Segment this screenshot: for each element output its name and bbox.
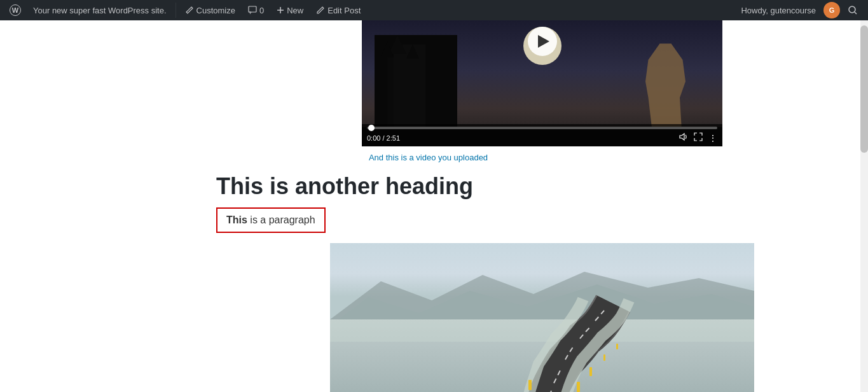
svg-point-3 <box>849 6 855 13</box>
customize-label: Customize <box>196 6 235 15</box>
edit-post-label: Edit Post <box>327 6 361 15</box>
video-controls: 0:00 / 2:51 <box>362 124 722 146</box>
svg-rect-10 <box>528 380 532 390</box>
fullscreen-icon[interactable] <box>693 132 703 144</box>
comments-link[interactable]: 0 <box>243 0 269 20</box>
comments-count: 0 <box>259 6 264 15</box>
progress-dot <box>368 125 375 131</box>
road-svg <box>330 243 754 392</box>
video-time: 0:00 / 2:51 <box>367 134 400 142</box>
customize-icon <box>185 6 194 15</box>
play-icon <box>538 35 549 48</box>
howdy-text: Howdy, gutencourse <box>736 6 821 15</box>
svg-rect-12 <box>577 382 580 392</box>
comments-icon <box>248 6 257 15</box>
new-label: New <box>287 6 303 15</box>
avatar[interactable]: G <box>823 2 840 18</box>
time-total: 2:51 <box>387 134 400 142</box>
edit-icon <box>316 6 325 15</box>
svg-rect-14 <box>603 354 605 361</box>
admin-bar: W Your new super fast WordPress site. Cu… <box>0 0 868 20</box>
road-image <box>330 243 754 392</box>
site-name-link[interactable]: Your new super fast WordPress site. <box>28 0 172 20</box>
scrollbar[interactable] <box>860 20 868 392</box>
edit-post-link[interactable]: Edit Post <box>311 0 366 20</box>
paragraph-bold: This <box>226 214 247 225</box>
content-area: 0:00 / 2:51 <box>0 20 868 392</box>
site-name-text: Your new super fast WordPress site. <box>33 6 167 15</box>
svg-text:W: W <box>12 6 19 14</box>
svg-rect-2 <box>249 6 256 12</box>
divider <box>176 3 176 18</box>
controls-row: 0:00 / 2:51 <box>367 132 717 144</box>
more-options-icon[interactable]: ⋮ <box>708 133 717 143</box>
new-link[interactable]: New <box>272 0 308 20</box>
admin-bar-right: Howdy, gutencourse G <box>736 0 863 20</box>
time-current: 0:00 <box>367 134 380 142</box>
svg-rect-13 <box>589 367 592 376</box>
video-player[interactable]: 0:00 / 2:51 <box>362 20 722 146</box>
svg-marker-8 <box>330 319 754 342</box>
new-icon <box>277 6 284 14</box>
progress-bar[interactable] <box>367 127 717 129</box>
wp-logo[interactable]: W <box>5 0 25 20</box>
caption-text-span: And this is a video you uploaded <box>369 153 488 162</box>
svg-rect-15 <box>616 344 618 349</box>
video-right-controls: ⋮ <box>678 132 717 144</box>
play-button[interactable] <box>528 27 557 56</box>
customize-link[interactable]: Customize <box>180 0 240 20</box>
search-icon <box>848 5 858 15</box>
scrollbar-thumb[interactable] <box>860 25 868 153</box>
paragraph-rest: is a paragraph <box>250 214 315 225</box>
caption-link[interactable]: And this is a video you uploaded <box>369 153 488 162</box>
video-caption: And this is a video you uploaded <box>216 153 640 162</box>
paragraph-block: This is a paragraph <box>216 207 326 233</box>
main-content: 0:00 / 2:51 <box>0 20 868 392</box>
avatar-initials: G <box>829 6 835 14</box>
content-heading: This is another heading <box>216 172 473 200</box>
search-button[interactable] <box>843 0 863 20</box>
video-container: 0:00 / 2:51 <box>362 20 722 146</box>
volume-icon[interactable] <box>678 132 688 144</box>
